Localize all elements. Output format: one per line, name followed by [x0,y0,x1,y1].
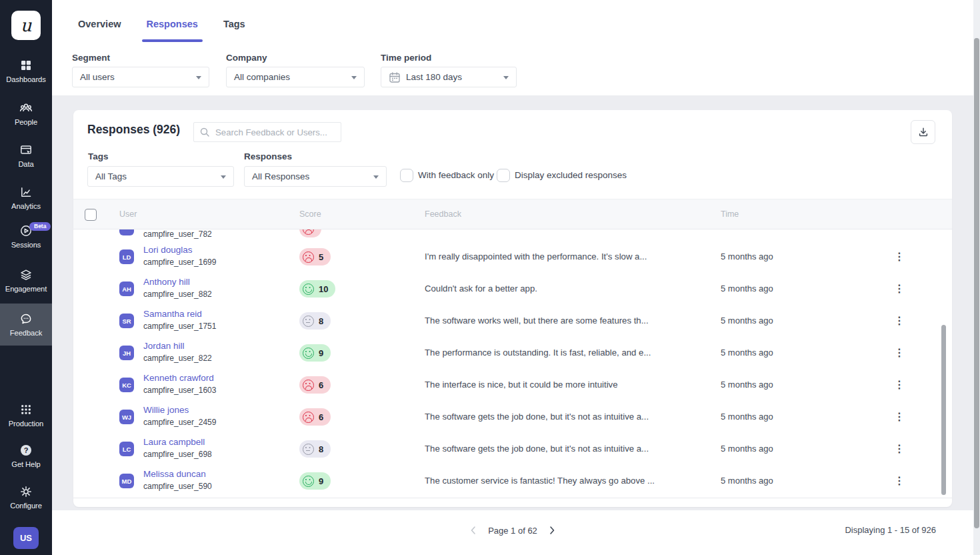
company-dropdown-value: All companies [234,72,290,82]
sidebar-item-sessions[interactable]: Beta Sessions [0,224,52,249]
user-name-link[interactable]: Anthony hill [143,277,190,287]
next-page-button[interactable] [546,524,558,536]
company-filter-label: Company [226,53,267,63]
chevron-left-icon [468,525,479,536]
score-badge: 10 [299,280,335,298]
analytics-icon [19,185,33,199]
user-name-link[interactable]: Kenneth crawford [143,373,214,383]
user-name-link[interactable]: Jordan hill [143,341,185,351]
feedback-text: The customer service is fantastic! They … [425,465,655,497]
sidebar-item-label: Engagement [5,285,47,293]
page: u Dashboards People Data Analytics [0,0,980,555]
score-value: 6 [319,412,323,422]
sidebar-item-production[interactable]: Production [0,403,52,428]
user-name-link[interactable]: Laura campbell [143,437,205,447]
column-header-user: User [119,209,137,219]
time-text: 5 months ago [721,241,773,273]
pagination: Page 1 of 62 Displaying 1 - 15 of 926 [73,520,952,540]
feedback-text: I'm really disappointed with the perform… [425,241,647,273]
tab-bar: Overview Responses Tags [78,13,245,42]
row-menu-button[interactable]: ⋮ [892,337,907,369]
page-scrollbar[interactable] [973,0,980,555]
user-id: campfire_user_1751 [143,322,216,331]
table-row-partial: campfire_user_782 ⋮ [73,229,952,241]
sidebar-item-label: Dashboards [6,75,45,83]
tab-tags[interactable]: Tags [223,13,245,42]
display-excluded-checkbox[interactable] [497,169,510,182]
row-menu-button[interactable]: ⋮ [892,465,907,497]
time-period-dropdown[interactable]: Last 180 days [381,67,517,87]
user-name-link[interactable]: Melissa duncan [143,469,206,479]
time-text: 5 months ago [721,305,773,337]
page-scrollbar-thumb[interactable] [974,38,979,528]
sidebar-item-label: Data [18,160,33,168]
content-panel: Responses (926) Tags Responses All Tags … [52,95,980,510]
score-badge: 8 [299,440,331,458]
sidebar-item-analytics[interactable]: Analytics [0,185,52,210]
row-menu-button[interactable]: ⋮ [892,401,907,433]
score-value: 8 [319,444,323,454]
column-header-feedback: Feedback [425,209,461,219]
table-row: LD Lori douglas campfire_user_1699 5 I'm… [73,241,952,273]
sidebar-item-engagement[interactable]: Engagement [0,268,52,293]
score-value: 10 [319,284,328,294]
company-dropdown[interactable]: All companies [226,67,365,87]
table-row: JH Jordan hill campfire_user_822 9 The p… [73,337,952,369]
displaying-count: Displaying 1 - 15 of 926 [845,520,936,540]
neutral-face-icon [303,316,314,327]
user-name-link[interactable]: Lori douglas [143,245,193,255]
score-value: 8 [319,316,323,326]
score-value: 9 [319,476,323,486]
avatar: WJ [119,410,134,424]
row-menu-button[interactable]: ⋮ [892,229,907,237]
sidebar-item-feedback[interactable]: Feedback [0,304,52,346]
sad-face-icon [303,412,314,423]
responses-dropdown-value: All Responses [252,171,309,181]
display-excluded-label: Display excluded responses [515,170,627,180]
feedback-text: The software gets the job done, but it's… [425,433,649,465]
engagement-icon [19,268,33,282]
segment-dropdown[interactable]: All users [72,67,209,87]
user-avatar[interactable]: US [13,527,39,549]
app-logo[interactable]: u [11,11,41,40]
table-row: SR Samantha reid campfire_user_1751 8 Th… [73,305,952,337]
row-menu-button[interactable]: ⋮ [892,369,907,401]
responses-dropdown[interactable]: All Responses [244,166,387,187]
dashboards-icon [19,59,33,72]
with-feedback-only-checkbox[interactable] [400,169,413,182]
sidebar-item-configure[interactable]: Configure [0,485,52,510]
row-menu-button[interactable]: ⋮ [892,305,907,337]
row-menu-button[interactable]: ⋮ [892,241,907,273]
row-menu-button[interactable]: ⋮ [892,273,907,305]
row-menu-button[interactable]: ⋮ [892,433,907,465]
tab-overview[interactable]: Overview [78,13,121,42]
user-id: campfire_user_882 [143,290,212,299]
table-scrollbar-thumb[interactable] [941,325,946,495]
sidebar-item-dashboards[interactable]: Dashboards [0,59,52,83]
download-icon [918,127,929,137]
user-id: campfire_user_590 [143,482,212,491]
tab-responses[interactable]: Responses [147,13,198,42]
user-id: campfire_user_822 [143,354,212,363]
feedback-text: The software gets the job done, but it's… [425,401,649,433]
calendar-icon [389,71,401,83]
sidebar-item-label: People [15,118,37,126]
sidebar-item-people[interactable]: People [0,101,52,126]
user-name-link[interactable]: Samantha reid [143,309,202,319]
user-id: campfire_user_1603 [143,386,216,395]
previous-page-button[interactable] [467,524,479,536]
score-badge: 6 [299,408,331,426]
tags-dropdown[interactable]: All Tags [87,166,234,187]
tags-dropdown-value: All Tags [95,171,127,181]
avatar: JH [119,346,134,360]
download-button[interactable] [911,120,935,144]
user-id: campfire_user_2459 [143,418,216,427]
chevron-right-icon [547,525,557,536]
sidebar-item-get-help[interactable]: ? Get Help [0,444,52,468]
column-header-time: Time [721,209,739,219]
select-all-checkbox[interactable] [85,209,97,221]
user-name-link[interactable]: Willie jones [143,405,189,415]
search-input[interactable] [193,122,341,142]
sidebar-item-data[interactable]: Data [0,143,52,168]
sidebar-item-label: Sessions [11,241,41,249]
